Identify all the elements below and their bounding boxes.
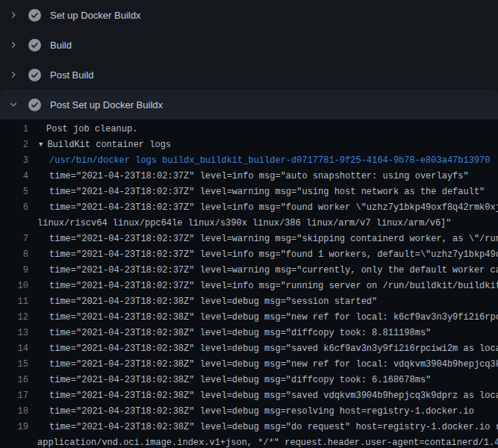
log-line-number[interactable]: 16 [0,373,28,388]
chevron-right-icon [7,9,19,21]
step-title: Post Build [50,69,94,81]
chevron-right-icon [7,69,19,81]
chevron-right-icon [7,39,19,51]
log-line-text: time="2021-04-23T18:02:38Z" level=debug … [28,357,498,373]
group-collapse-triangle-icon: ▼ [39,141,43,149]
log-line-number[interactable]: 17 [0,388,28,404]
log-line-number[interactable]: 5 [0,184,28,200]
log-line-text: linux/riscv64 linux/ppc64le linux/s390x … [28,216,498,231]
log-line-number[interactable]: 4 [0,169,28,184]
check-circle-icon [28,99,41,111]
check-circle-icon [28,39,41,52]
step-title: Set up Docker Buildx [50,10,140,21]
log-line: 12 time="2021-04-23T18:02:38Z" level=deb… [0,310,498,326]
chevron-down-icon [7,99,19,111]
log-line: 16 time="2021-04-23T18:02:38Z" level=deb… [0,373,498,388]
log-line-text: time="2021-04-23T18:02:38Z" level=debug … [28,420,498,435]
log-line-text: time="2021-04-23T18:02:38Z" level=debug … [28,373,498,388]
log-line: linux/riscv64 linux/ppc64le linux/s390x … [0,216,498,231]
log-group-toggle[interactable]: ▼BuildKit container logs [28,137,498,153]
actions-log-viewer: Set up Docker Buildx Build Post Build [0,0,498,448]
log-line-text: time="2021-04-23T18:02:37Z" level=info m… [28,247,498,263]
log-line-number[interactable]: 15 [0,357,28,373]
log-line-text: time="2021-04-23T18:02:37Z" level=warnin… [28,231,498,247]
log-line-number[interactable]: 13 [0,326,28,341]
log-line-number[interactable] [0,435,28,448]
log-line-text: time="2021-04-23T18:02:37Z" level=warnin… [28,263,498,279]
log-line-text: time="2021-04-23T18:02:37Z" level=info m… [28,200,498,216]
log-line: 1 Post job cleanup. [0,122,498,137]
log-line: 17 time="2021-04-23T18:02:38Z" level=deb… [0,388,498,404]
step-header-set-up-docker-buildx[interactable]: Set up Docker Buildx [0,0,498,30]
log-line-text: time="2021-04-23T18:02:37Z" level=info m… [28,169,498,184]
log-line-number[interactable]: 7 [0,231,28,247]
log-line-text: application/vnd.oci.image.index.v1+json,… [28,435,498,448]
log-output: 1 Post job cleanup. 2 ▼BuildKit containe… [0,119,498,448]
log-line: application/vnd.oci.image.index.v1+json,… [0,435,498,448]
check-circle-icon [28,69,41,81]
log-line: 5 time="2021-04-23T18:02:37Z" level=warn… [0,184,498,200]
log-line: 11 time="2021-04-23T18:02:38Z" level=deb… [0,294,498,310]
step-title: Post Set up Docker Buildx [50,99,163,111]
log-line-text: Post job cleanup. [28,122,498,137]
log-line-number[interactable] [0,216,28,231]
log-line-number[interactable]: 19 [0,420,28,435]
log-line: 2 ▼BuildKit container logs [0,137,498,153]
step-title: Build [50,40,72,51]
log-line: 18 time="2021-04-23T18:02:38Z" level=deb… [0,404,498,420]
log-line: 13 time="2021-04-23T18:02:38Z" level=deb… [0,326,498,341]
log-line-text: time="2021-04-23T18:02:38Z" level=debug … [28,404,498,420]
log-line-number[interactable]: 12 [0,310,28,326]
step-header-build[interactable]: Build [0,30,498,60]
log-line: 3 /usr/bin/docker logs buildx_buildkit_b… [0,153,498,169]
log-line-number[interactable]: 6 [0,200,28,216]
log-line-number[interactable]: 9 [0,263,28,279]
log-line: 8 time="2021-04-23T18:02:37Z" level=info… [0,247,498,263]
log-line: 9 time="2021-04-23T18:02:37Z" level=warn… [0,263,498,279]
log-line-number[interactable]: 14 [0,341,28,357]
log-line: 7 time="2021-04-23T18:02:37Z" level=warn… [0,231,498,247]
log-line: 6 time="2021-04-23T18:02:37Z" level=info… [0,200,498,216]
steps-list: Set up Docker Buildx Build Post Build [0,0,498,119]
check-circle-icon [28,9,41,22]
log-line-text: time="2021-04-23T18:02:38Z" level=debug … [28,341,498,357]
log-line: 14 time="2021-04-23T18:02:38Z" level=deb… [0,341,498,357]
log-line-number[interactable]: 8 [0,247,28,263]
log-line-text: time="2021-04-23T18:02:38Z" level=debug … [28,388,498,404]
log-line: 15 time="2021-04-23T18:02:38Z" level=deb… [0,357,498,373]
log-line: 10 time="2021-04-23T18:02:37Z" level=inf… [0,279,498,294]
log-line-number[interactable]: 1 [0,122,28,137]
log-line-number[interactable]: 3 [0,153,28,169]
step-header-post-set-up-docker-buildx[interactable]: Post Set up Docker Buildx [0,90,498,119]
log-line-number[interactable]: 18 [0,404,28,420]
log-line: 19 time="2021-04-23T18:02:38Z" level=deb… [0,420,498,435]
step-header-post-build[interactable]: Post Build [0,60,498,90]
log-line-number[interactable]: 10 [0,279,28,294]
log-line-text: time="2021-04-23T18:02:38Z" level=debug … [28,326,498,341]
log-line-text: time="2021-04-23T18:02:38Z" level=debug … [28,310,498,326]
log-line-text: time="2021-04-23T18:02:37Z" level=warnin… [28,184,498,200]
log-line: 4 time="2021-04-23T18:02:37Z" level=info… [0,169,498,184]
log-line-text: /usr/bin/docker logs buildx_buildkit_bui… [28,153,498,169]
log-line-text: time="2021-04-23T18:02:37Z" level=info m… [28,279,498,294]
log-line-number[interactable]: 2 [0,137,28,153]
log-line-text: time="2021-04-23T18:02:38Z" level=debug … [28,294,498,310]
log-line-number[interactable]: 11 [0,294,28,310]
